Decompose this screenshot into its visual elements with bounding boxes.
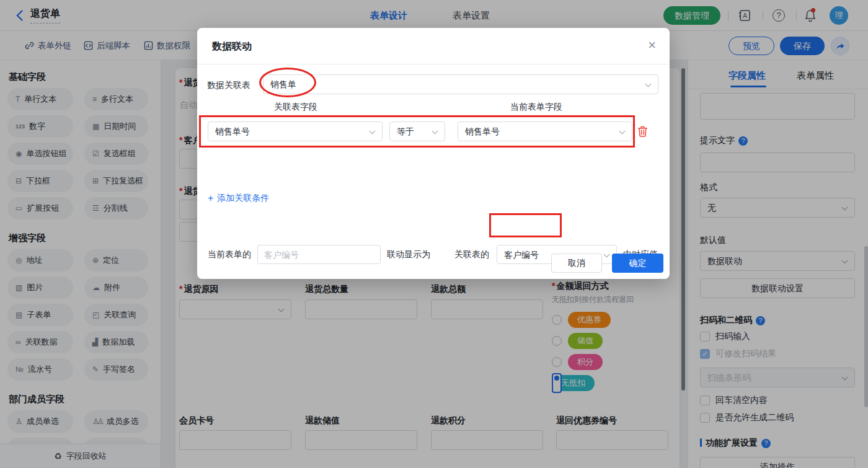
current-field-select[interactable]: 销售单号 <box>458 121 632 141</box>
delete-condition-trash-icon[interactable] <box>637 126 648 139</box>
modal-title: 数据联动 <box>212 40 252 53</box>
current-field-header: 当前表单字段 <box>510 102 562 113</box>
display-field-input[interactable] <box>257 245 381 264</box>
cancel-button[interactable]: 取消 <box>551 254 602 273</box>
chevron-down-icon <box>370 128 376 135</box>
chevron-down-icon <box>619 128 626 135</box>
app-root: 退货单 表单设计 表单设置 数据管理 A ? 理 表单外链 后端脚本 数据权限 <box>0 0 868 468</box>
linked-table-select[interactable]: 销售单 <box>263 74 658 94</box>
chevron-down-icon <box>604 252 610 258</box>
chevron-down-icon <box>432 128 438 135</box>
related-table-prefix-label: 关联表的 <box>454 249 489 260</box>
confirm-button[interactable]: 确定 <box>612 254 663 273</box>
plus-icon: + <box>208 193 213 204</box>
related-field-header: 关联表字段 <box>274 102 317 113</box>
chevron-down-icon <box>645 81 652 87</box>
operator-select[interactable]: 等于 <box>389 121 445 141</box>
current-form-prefix-label: 当前表单的 <box>208 249 251 260</box>
related-field-select[interactable]: 销售单号 <box>208 121 383 141</box>
add-condition-link[interactable]: + 添加关联条件 <box>208 193 269 204</box>
divider <box>197 64 670 64</box>
data-linkage-modal: 数据联动 × 数据关联表 销售单 关联表字段 当前表单字段 销售单号 等于 销售… <box>197 28 670 279</box>
linked-table-label: 数据关联表 <box>207 80 250 91</box>
linkage-display-label: 联动显示为 <box>387 249 430 260</box>
close-icon[interactable]: × <box>648 38 656 53</box>
